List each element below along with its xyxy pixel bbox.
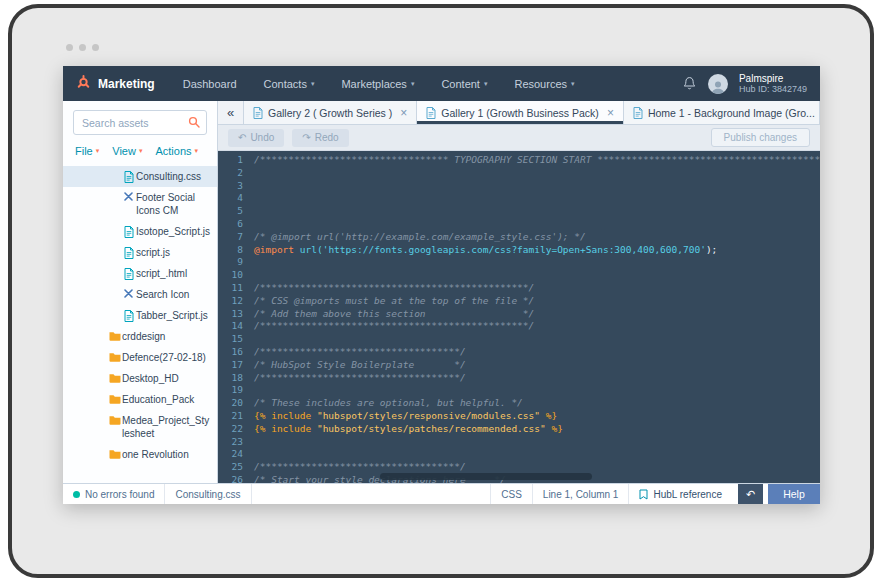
token-comment: /* Add them above this section */ [254,308,534,319]
code-text: {% include "hubspot/styles/responsive/mo… [254,410,557,423]
line-number: 14 [218,320,254,333]
line-number: 1 [218,154,254,167]
code-lines: 1/********************************* TYPO… [218,154,820,483]
account-info[interactable]: Palmspire Hub ID: 3842749 [739,73,807,95]
tab-label: Home 1 - Background Image (Gro... [648,107,815,119]
tree-item-education-pack[interactable]: Education_Pack [63,389,217,410]
error-status: No errors found [63,484,165,504]
redo-button[interactable]: ↷ Redo [292,129,348,147]
chevron-down-icon: ▾ [311,80,315,88]
line-number: 15 [218,333,254,346]
code-text: /***********************************/ [254,372,466,385]
tree-item-label: Isotope_Script.js [136,225,210,238]
tree-item-defence-27-02-18[interactable]: Defence(27-02-18) [63,347,217,368]
code-editor[interactable]: 1/********************************* TYPO… [218,151,820,483]
close-icon[interactable]: × [607,106,614,120]
tree-item-footer-social-icons-cm[interactable]: Footer Social Icons CM [63,187,217,221]
token-comment: /***********************************/ [254,461,466,472]
line-number: 10 [218,269,254,282]
tab-gallery-1-growth-business-pack[interactable]: Gallery 1 (Growth Business Pack)× [417,101,624,124]
tree-item-label: crddesign [122,330,165,343]
line-number: 2 [218,167,254,180]
html-file-icon [121,268,136,280]
hub-id: Hub ID: 3842749 [739,84,807,94]
document-icon [253,107,263,119]
search-input[interactable] [73,110,207,135]
chevron-down-icon: ▾ [411,80,415,88]
tree-item-one-revolution[interactable]: one Revolution [63,444,217,465]
code-text: /***********************************/ [254,346,466,359]
nav-item-resources[interactable]: Resources▾ [514,78,574,90]
tab-label: Gallery 1 (Growth Business Pack) [441,107,599,119]
token-hubl: {% include [254,410,317,421]
tree-item-label: Consulting.css [136,170,201,183]
revert-button[interactable]: ↶ [738,484,763,504]
tree-item-medea-project-stylesheet[interactable]: Medea_Project_Stylesheet [63,410,217,444]
tree-item-script-js[interactable]: script.js [63,242,217,263]
tree-item-tabber-script-js[interactable]: Tabber_Script.js [63,305,217,326]
menu-actions[interactable]: Actions▾ [155,145,198,157]
tree-item-isotope-script-js[interactable]: Isotope_Script.js [63,221,217,242]
menu-view[interactable]: View▾ [112,145,142,157]
code-line: 9 [218,256,820,269]
code-text: /***************************************… [254,282,534,295]
tree-item-crddesign[interactable]: crddesign [63,326,217,347]
publish-changes-button[interactable]: Publish changes [711,128,810,147]
tree-item-search-icon[interactable]: Search Icon [63,284,217,305]
code-line: 12/* CSS @imports must be at the top of … [218,295,820,308]
token-comment: /***********************************/ [254,346,466,357]
tree-item-label: Desktop_HD [122,372,179,385]
token-comment: /* CSS @imports must be at the top of th… [254,295,534,306]
nav-item-label: Contacts [264,78,307,90]
folder-icon [107,449,122,459]
token-cssfn: url( [300,244,323,255]
code-line: 1/********************************* TYPO… [218,154,820,167]
code-line: 11/*************************************… [218,282,820,295]
tree-item-consulting-css[interactable]: Consulting.css [63,166,217,187]
code-line: 4 [218,192,820,205]
nav-item-marketplaces[interactable]: Marketplaces▾ [341,78,414,90]
nav-right: Palmspire Hub ID: 3842749 [682,73,807,95]
tree-item-script-html[interactable]: script_.html [63,263,217,284]
line-number: 12 [218,295,254,308]
tree-item-label: Medea_Project_Stylesheet [122,414,211,440]
close-icon[interactable]: × [400,106,407,120]
code-line: 23 [218,436,820,449]
window-dot [66,44,73,51]
line-number: 23 [218,436,254,449]
language-mode[interactable]: CSS [490,484,532,504]
code-line: 20/* These includes are optional, but he… [218,397,820,410]
code-line: 7/* @import url('http://example.com/exam… [218,231,820,244]
document-icon [633,107,643,119]
nav-item-content[interactable]: Content▾ [441,78,487,90]
hubl-reference-link[interactable]: HubL reference [628,484,732,504]
avatar[interactable] [708,74,728,94]
js-file-icon [121,226,136,238]
nav-item-dashboard[interactable]: Dashboard [183,78,237,90]
notifications-bell-icon[interactable] [682,76,697,91]
line-number: 11 [218,282,254,295]
menu-label: View [112,145,136,157]
menu-file[interactable]: File▾ [75,145,99,157]
code-text: @import url('https://fonts.googleapis.co… [254,244,717,257]
module-x-icon [121,192,136,201]
token-comment: /***************************************… [254,320,534,331]
tree-item-label: Search Icon [136,288,189,301]
horizontal-scrollbar[interactable] [380,473,592,480]
undo-button[interactable]: ↶ Undo [228,129,284,147]
code-line: 2 [218,167,820,180]
brand[interactable]: Marketing [76,74,155,93]
help-button[interactable]: Help [768,484,820,504]
collapse-tabs-button[interactable]: « [218,101,244,124]
chevron-down-icon: ▾ [96,147,100,155]
search-icon[interactable] [188,116,200,128]
code-line: 8@import url('https://fonts.googleapis.c… [218,244,820,257]
code-line: 21{% include "hubspot/styles/responsive/… [218,410,820,423]
chevron-down-icon: ▾ [139,147,143,155]
tab-home-1-background-image-gro[interactable]: Home 1 - Background Image (Gro...× [624,101,820,124]
tree-item-desktop-hd[interactable]: Desktop_HD [63,368,217,389]
nav-item-contacts[interactable]: Contacts▾ [264,78,315,90]
tree-item-label: Tabber_Script.js [136,309,208,322]
tree-item-label: one Revolution [122,448,189,461]
tab-gallery-2-growth-series[interactable]: Gallery 2 ( Growth Series )× [244,101,417,124]
